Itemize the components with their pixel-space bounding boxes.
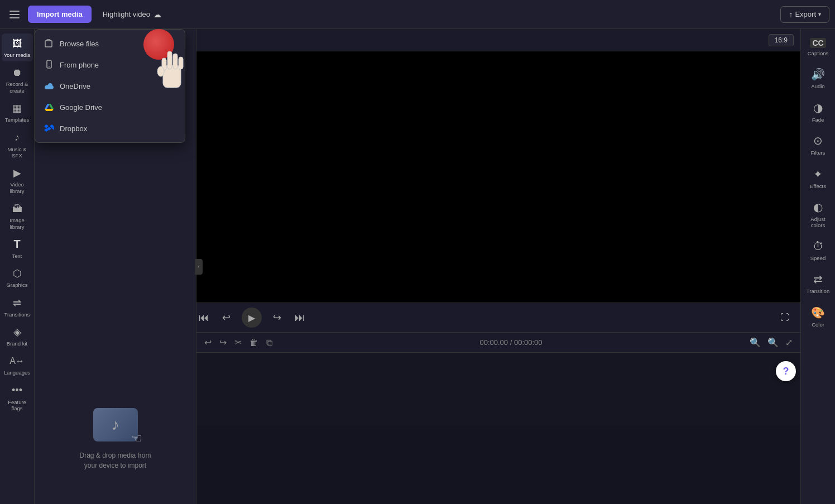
- audio-icon: 🔊: [811, 68, 825, 81]
- timeline-track-area: [196, 353, 800, 425]
- zoom-out-button[interactable]: 🔍: [747, 336, 763, 349]
- help-button[interactable]: ?: [776, 361, 796, 381]
- onedrive-icon: [44, 81, 54, 91]
- aspect-ratio-button[interactable]: 16:9: [769, 34, 794, 46]
- sidebar-item-languages[interactable]: A↔ Languages: [2, 351, 33, 379]
- music-icon: ♪: [11, 131, 24, 145]
- captions-icon: CC: [810, 38, 826, 48]
- timeline-zoom-controls: 🔍 🔍 ⤢: [747, 336, 795, 349]
- google-drive-icon: [44, 102, 54, 112]
- brand-kit-icon: ◈: [11, 325, 24, 339]
- cut-button[interactable]: ✂: [232, 336, 244, 349]
- duplicate-button[interactable]: ⧉: [264, 337, 275, 349]
- phone-icon: [44, 60, 54, 70]
- avatar: [143, 29, 174, 60]
- right-item-effects[interactable]: ✦ Effects: [803, 163, 834, 194]
- delete-button[interactable]: 🗑: [247, 337, 261, 349]
- drag-drop-area[interactable]: ♪ ☜ Drag & drop media from your device t…: [35, 157, 196, 504]
- right-item-adjust-colors[interactable]: ◐ Adjustcolors: [803, 196, 834, 233]
- highlight-video-tab[interactable]: Highlight video ☁: [96, 7, 168, 22]
- sidebar-item-brand-kit[interactable]: ◈ Brand kit: [2, 322, 33, 350]
- highlight-video-icon: ☁: [153, 10, 161, 19]
- right-item-audio[interactable]: 🔊 Audio: [803, 63, 834, 94]
- right-item-fade[interactable]: ◑ Fade: [803, 97, 834, 127]
- main-layout: 🖼 Your media ⏺ Record &create ▦ Template…: [0, 29, 835, 504]
- fade-icon: ◑: [813, 101, 823, 114]
- export-up-icon: ↑: [789, 10, 793, 19]
- dropdown-onedrive[interactable]: OneDrive: [35, 75, 185, 97]
- center-area: 16:9 ⏮ ↩ ▶ ↪ ⏭ ⛶ ↩ ↪ ✂ 🗑 ⧉ 00:00.00 /: [196, 29, 800, 504]
- templates-icon: ▦: [11, 102, 24, 115]
- video-preview: [196, 51, 800, 303]
- dropdown-google-drive[interactable]: Google Drive: [35, 97, 185, 118]
- redo-button[interactable]: ↪: [217, 336, 229, 349]
- sidebar-item-graphics[interactable]: ⬡ Graphics: [2, 263, 33, 291]
- sidebar-item-transitions[interactable]: ⇌ Transitions: [2, 293, 33, 321]
- right-item-captions[interactable]: CC Captions: [803, 33, 834, 61]
- color-icon: 🎨: [811, 306, 825, 319]
- record-icon: ⏺: [11, 66, 24, 79]
- right-item-speed[interactable]: ⏱ Speed: [803, 236, 834, 266]
- adjust-colors-icon: ◐: [813, 200, 823, 214]
- filters-icon: ⊙: [813, 134, 823, 147]
- top-bar: Import media Highlight video ☁ ↑ Export …: [0, 0, 835, 29]
- languages-icon: A↔: [11, 354, 24, 368]
- drag-drop-text: Drag & drop media from your device to im…: [79, 450, 151, 471]
- left-sidebar: 🖼 Your media ⏺ Record &create ▦ Template…: [0, 29, 35, 504]
- right-item-filters[interactable]: ⊙ Filters: [803, 129, 834, 160]
- sidebar-item-image-library[interactable]: 🏔 Image library: [2, 199, 33, 233]
- right-item-color[interactable]: 🎨 Color: [803, 301, 834, 332]
- feature-flags-icon: •••: [11, 384, 24, 397]
- media-panel: Browse files From phone OneDrive: [35, 29, 196, 504]
- right-sidebar: CC Captions 🔊 Audio ◑ Fade ⊙ Filters ✦ E…: [800, 29, 835, 504]
- sidebar-item-feature-flags[interactable]: ••• Feature flags: [2, 381, 33, 415]
- timeline: ↩ ↪ ✂ 🗑 ⧉ 00:00.00 / 00:00:00 🔍 🔍 ⤢: [196, 332, 800, 425]
- transition-icon: ⇄: [813, 272, 823, 286]
- image-library-icon: 🏔: [11, 202, 24, 215]
- rewind-button[interactable]: ↩: [220, 309, 233, 326]
- dropbox-icon: [44, 123, 54, 133]
- timeline-time: 00:00.00 / 00:00:00: [479, 338, 542, 347]
- skip-to-end-button[interactable]: ⏭: [292, 310, 307, 326]
- sidebar-item-music-sfx[interactable]: ♪ Music & SFX: [2, 128, 33, 162]
- sidebar-item-record[interactable]: ⏺ Record &create: [2, 63, 33, 97]
- timeline-toolbar: ↩ ↪ ✂ 🗑 ⧉ 00:00.00 / 00:00:00 🔍 🔍 ⤢: [196, 333, 800, 353]
- fullscreen-button[interactable]: ⛶: [778, 310, 791, 325]
- dropdown-dropbox[interactable]: Dropbox: [35, 118, 185, 139]
- file-icon: [44, 39, 54, 49]
- video-library-icon: ▶: [11, 166, 24, 180]
- import-media-button[interactable]: Import media: [28, 6, 92, 23]
- sidebar-item-templates[interactable]: ▦ Templates: [2, 98, 33, 126]
- video-toolbar: 16:9: [196, 29, 800, 51]
- highlight-video-label: Highlight video: [103, 10, 150, 18]
- graphics-icon: ⬡: [11, 267, 24, 280]
- undo-button[interactable]: ↩: [202, 336, 214, 349]
- speed-icon: ⏱: [813, 240, 824, 253]
- right-item-transition[interactable]: ⇄ Transition: [803, 268, 834, 299]
- skip-to-start-button[interactable]: ⏮: [196, 310, 211, 326]
- menu-icon[interactable]: [6, 6, 23, 23]
- svg-point-2: [49, 66, 49, 67]
- playback-controls: ⏮ ↩ ▶ ↪ ⏭ ⛶: [196, 303, 800, 332]
- sidebar-item-text[interactable]: T Text: [2, 234, 33, 262]
- play-button[interactable]: ▶: [242, 308, 262, 328]
- forward-button[interactable]: ↪: [271, 309, 284, 326]
- effects-icon: ✦: [813, 167, 823, 181]
- sidebar-item-video-library[interactable]: ▶ Video library: [2, 163, 33, 198]
- fit-timeline-button[interactable]: ⤢: [783, 336, 795, 349]
- svg-rect-0: [45, 41, 52, 47]
- sidebar-item-your-media[interactable]: 🖼 Your media: [2, 33, 33, 61]
- export-button[interactable]: ↑ Export ▾: [780, 6, 829, 23]
- zoom-in-button[interactable]: 🔍: [765, 336, 781, 349]
- your-media-icon: 🖼: [11, 37, 24, 50]
- transitions-icon: ⇌: [11, 296, 24, 310]
- export-chevron-icon: ▾: [818, 11, 821, 17]
- collapse-panel-button[interactable]: ‹: [195, 259, 203, 275]
- text-icon: T: [11, 238, 24, 251]
